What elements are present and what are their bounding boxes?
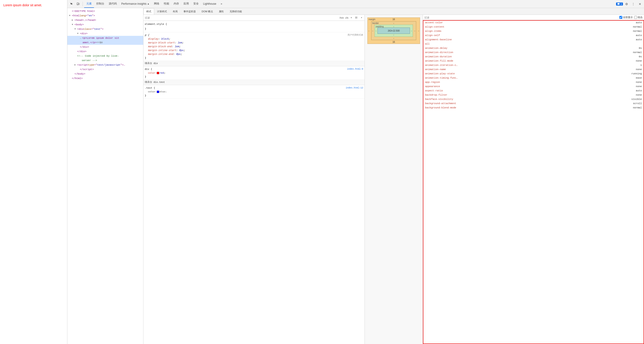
dom-div-test[interactable]: <div class="test"> <box>67 27 143 31</box>
subtab-event-listeners[interactable]: 事件监听器 <box>180 8 199 15</box>
tab-console[interactable]: 控制台 <box>94 0 106 8</box>
dom-script[interactable]: <script type="text/javascript">… <box>67 63 143 67</box>
p-selector: p { <box>145 33 149 37</box>
inherited-divtest-selector: div.test <box>154 81 165 84</box>
dom-close-body[interactable]: </body> <box>67 72 143 76</box>
dom-ellipsis[interactable]: … <box>80 36 81 40</box>
tab-elements[interactable]: 元素 <box>84 0 94 8</box>
devtools-main: <!DOCTYPE html> <html lang="en"> <head>…… <box>67 8 322 172</box>
tab-network[interactable]: 网络 <box>152 0 162 8</box>
dom-body[interactable]: <body> <box>67 23 143 27</box>
element-sub-tabs: 样式 计算样式 布局 事件监听器 DOM 断点 属性 无障碍功能 <box>144 8 322 15</box>
dom-tree[interactable]: <!DOCTYPE html> <html lang="en"> <head>…… <box>67 8 143 172</box>
dom-close-script[interactable]: </script> <box>67 67 143 72</box>
tab-application[interactable]: 应用 <box>181 0 191 8</box>
element-style-block: element.style { } <box>144 21 322 32</box>
expand-div-inner-arrow[interactable] <box>77 32 80 36</box>
dom-div-inner[interactable]: <div> <box>67 31 143 36</box>
expand-head-arrow[interactable] <box>72 18 74 22</box>
div-rule-block: div { index.html:9 color: red; } <box>144 66 322 80</box>
div-selector: div { <box>145 67 152 71</box>
expand-html-arrow[interactable] <box>69 14 72 18</box>
expand-div-test-arrow[interactable] <box>74 27 77 31</box>
inherited-divtest-label: 继承自 div.test <box>144 80 322 85</box>
element-style-selector: element.style { <box>145 23 167 26</box>
color-swatch-blue[interactable] <box>157 91 159 93</box>
styles-panel: :hov .cls + el <box>144 15 322 172</box>
styles-filter-input[interactable] <box>145 16 322 19</box>
styles-filter-bar: :hov .cls + <box>144 15 322 21</box>
inherited-div-selector: div <box>154 62 158 65</box>
page-content: Lorem ipsum dolor sit amet. <box>0 0 67 172</box>
tab-memory[interactable]: 内存 <box>172 0 181 8</box>
svg-rect-1 <box>78 3 80 5</box>
dom-doctype[interactable]: <!DOCTYPE html> <box>67 9 143 14</box>
svg-rect-0 <box>77 3 78 5</box>
subtab-styles[interactable]: 样式 <box>144 8 154 15</box>
subtab-accessibility[interactable]: 无障碍功能 <box>227 8 245 15</box>
test-rule-block: .test { index.html:12 color: blue; } <box>144 85 322 99</box>
dom-comment[interactable]: <!-- Code injected by live- <box>67 54 143 58</box>
devtools-panel: 元素 控制台 源代码 Performance insights ▲ 网络 性能 … <box>67 0 322 172</box>
dom-comment-2[interactable]: server --> <box>67 58 143 63</box>
subtab-dom-breakpoints[interactable]: DOM 断点 <box>199 8 216 15</box>
tab-performance[interactable]: 性能 <box>162 0 172 8</box>
dom-close-div-inner[interactable]: </div> <box>67 45 143 49</box>
dom-close-html[interactable]: </html> <box>67 76 143 81</box>
p-user-agent-block: p { 用户代理样式表 display: block; margin-block… <box>144 32 322 61</box>
dom-head[interactable]: <head>…</head> <box>67 18 143 23</box>
dom-p-element[interactable]: … <p>Lorem ipsum dolor sit <box>67 36 143 40</box>
lower-panels: :hov .cls + el <box>144 15 322 172</box>
dom-p-text[interactable]: amet.</p> == $0 <box>67 40 143 45</box>
styles-content: element.style { } p { 用户代理样式表 <box>144 21 322 172</box>
device-toggle-button[interactable] <box>75 1 81 7</box>
subtab-computed[interactable]: 计算样式 <box>154 8 170 15</box>
tab-security[interactable]: 安全 <box>191 0 201 8</box>
tab-list: 元素 控制台 源代码 Performance insights ▲ 网络 性能 … <box>84 0 224 8</box>
dom-doctype-text: <!DOCTYPE html> <box>72 9 95 13</box>
tab-performance-insights[interactable]: Performance insights ▲ <box>119 0 152 8</box>
expand-body-arrow[interactable] <box>72 23 74 27</box>
page-text: Lorem ipsum dolor sit amet. <box>3 3 42 7</box>
cursor-tool-button[interactable] <box>68 1 74 7</box>
test-selector: .test { <box>145 86 155 90</box>
dom-panel: <!DOCTYPE html> <html lang="en"> <head>…… <box>67 8 144 172</box>
tab-sources[interactable]: 源代码 <box>106 0 119 8</box>
subtab-layout[interactable]: 布局 <box>170 8 180 15</box>
dom-html[interactable]: <html lang="en"> <box>67 14 143 18</box>
dom-close-div-test[interactable]: </div> <box>67 49 143 54</box>
tab-lighthouse[interactable]: Lighthouse <box>201 0 218 8</box>
color-swatch-red[interactable] <box>157 72 159 74</box>
inherited-div-label: 继承自 div <box>144 61 322 66</box>
performance-insights-icon: ▲ <box>147 3 150 5</box>
tab-more[interactable]: » <box>218 0 224 8</box>
element-style-close: } <box>145 27 146 30</box>
devtools-toolbar: 元素 控制台 源代码 Performance insights ▲ 网络 性能 … <box>67 0 322 8</box>
subtab-properties[interactable]: 属性 <box>216 8 227 15</box>
toolbar-divider <box>82 2 83 6</box>
expand-script-arrow[interactable] <box>74 63 77 67</box>
right-panels: 样式 计算样式 布局 事件监听器 DOM 断点 属性 无障碍功能 :hov .c… <box>144 8 322 172</box>
